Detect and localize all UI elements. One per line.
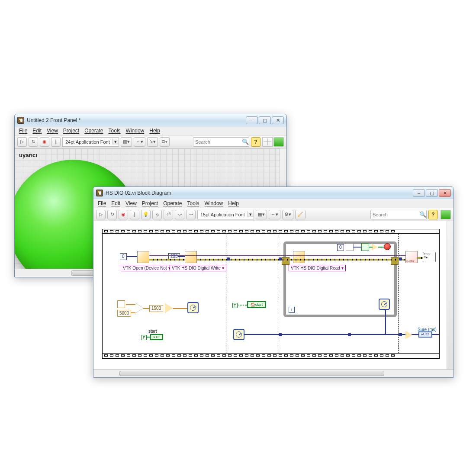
block-diagram-canvas[interactable]: 0 VTK Open (Device No)▾ 255 VTK HS DIO D… — [93, 221, 453, 377]
vertical-scrollbar[interactable] — [447, 221, 453, 369]
film-strip-top — [103, 229, 439, 234]
reorder-button[interactable]: 🧹 — [295, 210, 306, 219]
add-node[interactable] — [165, 303, 173, 313]
reorder-button[interactable]: ⧉▾ — [160, 137, 170, 147]
simple-error-handler[interactable]: Error?!▸ — [423, 252, 436, 262]
multiply-node[interactable] — [135, 303, 143, 313]
menu-edit[interactable]: Edit — [111, 200, 120, 206]
fp-search[interactable]: 🔍 — [193, 137, 249, 147]
not-node[interactable] — [372, 244, 378, 251]
menu-window[interactable]: Window — [205, 200, 223, 206]
distribute-objects-button[interactable]: ↔▾ — [269, 210, 280, 219]
bd-menubar[interactable]: File Edit View Project Operate Tools Win… — [93, 199, 453, 208]
run-button[interactable]: ▷ — [96, 210, 106, 219]
tunnel — [282, 257, 289, 265]
numeric-constant-zero[interactable]: 0 — [120, 253, 127, 260]
chevron-down-icon[interactable]: ▾ — [113, 139, 119, 145]
loop-stop-terminal[interactable] — [384, 243, 391, 250]
wire-junction — [348, 333, 351, 336]
menu-file[interactable]: File — [19, 128, 27, 134]
menu-operate[interactable]: Operate — [163, 200, 182, 206]
fp-menubar[interactable]: File Edit View Project Operate Tools Win… — [15, 126, 286, 135]
numeric-constant-5000[interactable]: 5000 — [117, 310, 131, 317]
poly-selector-vtk-read[interactable]: VTK HS DIO Digital Read▾ — [289, 265, 346, 271]
poly-selector-vtk-open[interactable]: VTK Open (Device No)▾ — [121, 265, 173, 271]
font-selector[interactable]: 15pt Application Font ▾ — [197, 210, 254, 219]
block-diagram-window: HS DIO 02.vi Block Diagram – ▢ ✕ File Ed… — [93, 187, 454, 378]
align-objects-button[interactable]: ▦▾ — [121, 137, 132, 147]
numeric-constant-1500[interactable]: 1500 — [149, 305, 163, 312]
flat-sequence-structure[interactable]: 0 VTK Open (Device No)▾ 255 VTK HS DIO D… — [102, 229, 440, 359]
vtk-read-vi[interactable] — [293, 251, 305, 263]
boolean-false-constant[interactable]: F — [142, 335, 147, 340]
vtk-open-vi[interactable] — [137, 251, 149, 263]
menu-edit[interactable]: Edit — [32, 128, 42, 134]
bd-titlebar[interactable]: HS DIO 02.vi Block Diagram – ▢ ✕ — [93, 187, 453, 199]
menu-help[interactable]: Help — [149, 128, 160, 134]
local-variable-start[interactable]: 🏠start — [247, 301, 266, 308]
font-selector[interactable]: 24pt Application Font ▾ — [62, 137, 119, 147]
menu-view[interactable]: View — [125, 200, 137, 206]
run-continuous-button[interactable]: ↻ — [107, 210, 117, 219]
menu-project[interactable]: Project — [142, 200, 158, 206]
local-variable-start[interactable]: ▸TF — [150, 334, 163, 340]
vi-icon[interactable] — [441, 210, 451, 219]
menu-operate[interactable]: Operate — [84, 128, 103, 134]
pause-button[interactable]: ∥ — [51, 137, 61, 147]
vtk-write-vi[interactable] — [185, 251, 197, 263]
run-button[interactable]: ▷ — [17, 137, 27, 147]
context-help-button[interactable]: ? — [251, 137, 261, 147]
step-out-button[interactable]: ⤻ — [186, 210, 196, 219]
resize-objects-button[interactable]: ⇲▾ — [147, 137, 158, 147]
abort-button[interactable]: ◉ — [40, 137, 49, 147]
wait-ms-node[interactable] — [187, 302, 199, 313]
search-icon[interactable]: 🔍 — [419, 211, 426, 218]
align-objects-button[interactable]: ▦▾ — [256, 210, 267, 219]
bd-search[interactable]: 🔍 — [370, 210, 427, 219]
u32-indicator[interactable]: ▸U32 — [418, 331, 432, 338]
menu-project[interactable]: Project — [63, 128, 79, 134]
index-array-node[interactable] — [346, 243, 354, 251]
maximize-button[interactable]: ▢ — [259, 116, 271, 124]
poly-selector-vtk-write[interactable]: VTK HS DIO Digital Write▾ — [170, 265, 226, 271]
minimize-button[interactable]: – — [246, 116, 258, 124]
pause-button[interactable]: ∥ — [130, 210, 139, 219]
menu-tools[interactable]: Tools — [187, 200, 199, 206]
chevron-down-icon[interactable]: ▾ — [248, 212, 254, 217]
context-help-button[interactable]: ? — [428, 210, 438, 219]
menu-view[interactable]: View — [47, 128, 58, 134]
search-input[interactable] — [193, 139, 242, 145]
connector-pane-icon[interactable] — [262, 137, 273, 147]
step-into-button[interactable]: ⏎ — [164, 210, 173, 219]
abort-button[interactable]: ◉ — [119, 210, 128, 219]
numeric-constant-zero[interactable]: 0 — [337, 244, 344, 251]
minimize-button[interactable]: – — [413, 189, 425, 197]
retain-wire-button[interactable]: ⎋ — [152, 210, 162, 219]
subtract-node[interactable] — [405, 331, 412, 339]
bd-statusbar — [93, 369, 453, 377]
menu-window[interactable]: Window — [126, 128, 145, 134]
wire — [173, 308, 187, 309]
fp-titlebar[interactable]: Untitled 2 Front Panel * – ▢ ✕ — [15, 114, 286, 126]
cleanup-button[interactable]: ⚙▾ — [282, 210, 293, 219]
menu-help[interactable]: Help — [228, 200, 239, 206]
boolean-true-constant[interactable]: T — [232, 303, 238, 308]
search-input[interactable] — [371, 212, 419, 217]
distribute-objects-button[interactable]: ↔▾ — [134, 137, 145, 147]
tick-count-node[interactable] — [379, 299, 390, 310]
vi-icon[interactable] — [273, 137, 284, 147]
menu-file[interactable]: File — [98, 200, 106, 206]
highlight-exec-button[interactable]: 💡 — [141, 210, 151, 219]
run-continuous-button[interactable]: ↻ — [29, 137, 38, 147]
step-over-button[interactable]: ⤼ — [175, 210, 184, 219]
close-button[interactable]: ✕ — [272, 116, 284, 124]
horizontal-scroll-thumb[interactable] — [71, 270, 95, 276]
search-icon[interactable]: 🔍 — [242, 138, 249, 145]
menu-tools[interactable]: Tools — [109, 128, 121, 134]
loop-iteration-terminal[interactable]: i — [289, 307, 295, 313]
maximize-button[interactable]: ▢ — [426, 189, 438, 197]
tick-count-node[interactable] — [233, 329, 244, 340]
horizontal-scroll-thumb[interactable] — [119, 371, 384, 376]
boolean-terminal[interactable] — [361, 243, 369, 251]
close-button[interactable]: ✕ — [439, 189, 451, 197]
